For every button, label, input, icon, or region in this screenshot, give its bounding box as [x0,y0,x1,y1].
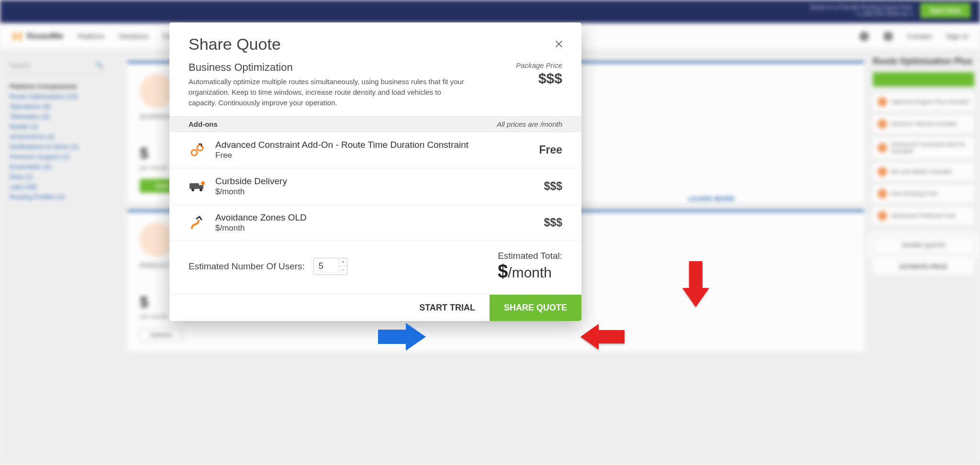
svg-rect-2 [189,183,199,189]
package-price-value: $$$ [516,70,562,87]
users-label: Estimated Number Of Users: [189,261,305,272]
addon-row: Avoidance Zones OLD $/month $$$ [169,205,581,241]
addon-subprice: $/month [215,223,544,233]
plan-description: Automatically optimize multiple routes s… [189,77,466,108]
addons-price-note: All prices are /month [497,120,562,128]
addon-icon [189,178,206,195]
addons-list[interactable]: Advanced Constraint Add-On - Route Time … [169,132,581,241]
addon-icon [189,142,206,159]
plan-name: Business Optimization [189,61,466,74]
svg-point-4 [191,188,194,191]
addon-price: $$$ [544,216,562,229]
close-button[interactable] [551,36,567,52]
total-value: $/month [498,261,562,282]
svg-rect-3 [199,185,203,189]
users-decrement[interactable]: − [339,266,347,275]
share-quote-modal: Share Quote Business Optimization Automa… [169,22,581,321]
addon-title: Advanced Constraint Add-On - Route Time … [215,140,539,150]
package-price-label: Package Price [516,61,562,69]
addon-price: $$$ [544,180,562,193]
users-input[interactable] [314,258,339,275]
addon-subprice: $/month [215,187,544,197]
svg-point-1 [197,145,203,151]
addon-title: Avoidance Zones OLD [215,212,544,223]
addon-row: Curbside Delivery $/month $$$ [169,168,581,205]
modal-title: Share Quote [189,35,562,54]
svg-point-6 [201,181,205,185]
addon-title: Curbside Delivery [215,176,544,187]
addon-icon [189,214,206,232]
close-icon [554,39,564,49]
addon-price: Free [539,144,562,156]
total-label: Estimated Total: [498,251,562,261]
addons-header: Add-ons [189,120,218,128]
share-quote-button[interactable]: SHARE QUOTE [490,295,581,321]
svg-point-0 [191,150,197,155]
users-stepper[interactable]: + − [313,258,347,275]
addon-subprice: Free [215,151,539,160]
start-trial-button[interactable]: START TRIAL [405,295,490,321]
addon-row: Advanced Constraint Add-On - Route Time … [169,132,581,168]
svg-point-5 [200,188,202,191]
users-increment[interactable]: + [339,258,347,266]
